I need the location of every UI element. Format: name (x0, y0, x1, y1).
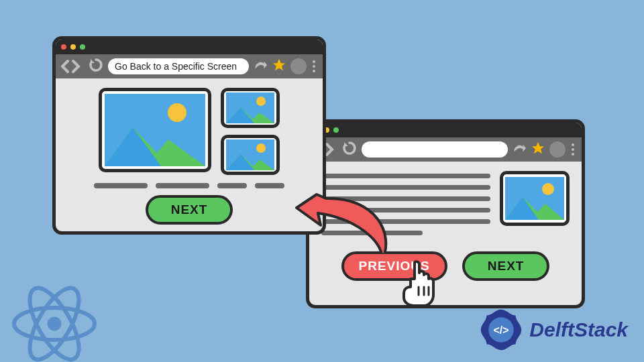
image-placeholder-small (221, 135, 280, 175)
image-placeholder (500, 171, 570, 226)
toolbar (309, 137, 582, 162)
delftstack-logo: </> DelftStack (477, 306, 628, 354)
svg-point-5 (256, 143, 266, 153)
star-icon[interactable] (531, 141, 545, 158)
nav-back-forward-icon[interactable] (61, 58, 84, 74)
star-icon[interactable] (272, 58, 286, 75)
brand-name: DelftStack (529, 318, 628, 341)
next-button[interactable]: NEXT (462, 251, 550, 281)
profile-icon[interactable] (549, 141, 566, 158)
titlebar (309, 123, 582, 137)
menu-icon[interactable] (570, 143, 576, 156)
reload-icon[interactable] (341, 140, 358, 159)
back-arrow-illustration (282, 160, 396, 240)
maximize-icon[interactable] (80, 44, 85, 50)
delftstack-badge-icon: </> (477, 306, 525, 354)
react-logo-icon (4, 274, 105, 362)
svg-point-14 (48, 317, 62, 331)
pointer-cursor-icon (397, 259, 437, 304)
next-button[interactable]: NEXT (146, 195, 233, 225)
image-gallery (68, 88, 311, 175)
share-icon[interactable] (512, 141, 527, 158)
svg-point-1 (168, 103, 186, 122)
svg-point-3 (256, 97, 266, 106)
toolbar: Go Back to a Specific Screen (56, 54, 323, 78)
share-icon[interactable] (253, 58, 268, 75)
maximize-icon[interactable] (333, 127, 339, 133)
thumbnail-bars (68, 183, 311, 188)
profile-icon[interactable] (290, 58, 307, 74)
url-bar[interactable] (362, 141, 508, 158)
svg-point-7 (542, 183, 554, 195)
image-placeholder-large (99, 88, 211, 172)
svg-text:</>: </> (494, 324, 509, 336)
reload-icon[interactable] (88, 57, 104, 76)
titlebar (56, 40, 323, 54)
close-icon[interactable] (61, 44, 66, 50)
url-bar[interactable]: Go Back to a Specific Screen (108, 58, 249, 74)
minimize-icon[interactable] (70, 44, 76, 50)
menu-icon[interactable] (311, 60, 317, 72)
image-placeholder-small (221, 88, 280, 128)
url-text: Go Back to a Specific Screen (115, 61, 237, 72)
